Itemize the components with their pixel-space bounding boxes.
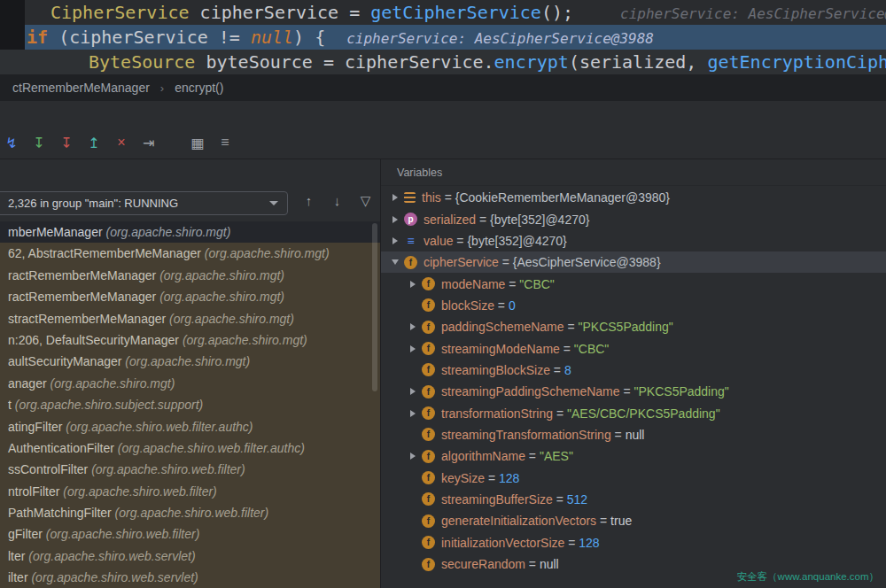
field-icon <box>422 428 435 441</box>
run-to-cursor-icon[interactable]: ⇥ <box>141 135 157 151</box>
stack-frame-row[interactable]: 62, AbstractRememberMeManager (org.apach… <box>0 243 380 264</box>
collapse-arrow-icon[interactable] <box>386 259 404 265</box>
stack-frame-row[interactable]: lter (org.apache.shiro.web.servlet) <box>0 545 380 567</box>
variable-row-paddingschemename[interactable]: paddingSchemeName = "PKCS5Padding" <box>381 316 886 337</box>
stack-frame-row[interactable]: n:206, DefaultSecurityManager (org.apach… <box>0 329 380 351</box>
stack-frame-row[interactable]: PathMatchingFilter (org.apache.shiro.web… <box>0 502 380 523</box>
variable-row-algorithmname[interactable]: algorithmName = "AES" <box>381 445 886 467</box>
stack-frame-row[interactable]: anager (org.apache.shiro.mgt) <box>0 373 380 394</box>
class-name-token: CipherService <box>51 2 190 23</box>
variable-row-serialized[interactable]: serialized = {byte[352]@4270} <box>381 208 886 229</box>
variable-row-streamingtransformationstring[interactable]: streamingTransformationString = null <box>381 424 886 445</box>
step-into-icon[interactable]: ↧ <box>31 135 47 151</box>
variable-row-modename[interactable]: modeName = "CBC" <box>381 273 886 294</box>
frame-package: (org.apache.shiro.web.filter) <box>63 484 217 499</box>
expand-arrow-icon[interactable] <box>404 345 422 352</box>
stack-frame-row[interactable]: ntrolFilter (org.apache.shiro.web.filter… <box>0 481 380 502</box>
frame-package: (org.apache.shiro.web.servlet) <box>31 570 198 584</box>
stack-frame-row[interactable]: t (org.apache.shiro.subject.support) <box>0 394 380 415</box>
variable-value: 8 <box>564 363 571 377</box>
method-call-token[interactable]: encrypt <box>494 51 569 73</box>
equals-sign: = <box>453 234 467 248</box>
drop-frame-icon[interactable]: × <box>113 135 129 151</box>
variable-row-blocksize[interactable]: blockSize = 0 <box>381 295 886 316</box>
field-icon <box>422 321 435 334</box>
show-execution-point-icon[interactable]: ↯ <box>4 135 19 151</box>
breadcrumb-method[interactable]: encrypt() <box>175 81 223 95</box>
variable-row-cipherservice[interactable]: cipherService = {AesCipherService@3988} <box>381 251 886 273</box>
equals-sign: = <box>560 342 574 356</box>
expand-arrow-icon[interactable] <box>404 410 422 417</box>
code-editor[interactable]: CipherService cipherService = getCipherS… <box>0 0 886 74</box>
method-call-token[interactable]: getCipherService <box>370 2 541 23</box>
equals-sign: = <box>553 492 567 507</box>
equals-sign: = <box>485 471 499 485</box>
variable-row-streamingmodename[interactable]: streamingModeName = "CBC" <box>381 337 886 359</box>
next-frame-icon[interactable]: ↓ <box>330 193 345 209</box>
variable-value: null <box>626 428 645 442</box>
variable-name: modeName <box>441 277 505 291</box>
variable-row-value[interactable]: value = {byte[352]@4270} <box>381 230 886 251</box>
breadcrumb-class[interactable]: ctRememberMeManager <box>12 81 150 95</box>
debugger-settings-icon[interactable]: ≡ <box>217 135 233 151</box>
previous-frame-icon[interactable]: ↑ <box>301 193 316 209</box>
keyword-token: if <box>27 27 48 48</box>
debug-stepping-toolbar: ↯ ↧ ↧ ↥ × ⇥ ▦ ≡ <box>4 129 233 156</box>
stack-frame-row[interactable]: stractRememberMeManager (org.apache.shir… <box>0 308 380 329</box>
frame-package: (org.apache.shiro.web.filter.authc) <box>66 420 253 434</box>
variable-name: streamingBlockSize <box>441 363 550 377</box>
frame-package: (org.apache.shiro.mgt) <box>159 268 284 282</box>
frame-location: mberMeManager <box>8 225 106 239</box>
stack-frame-row[interactable]: mberMeManager (org.apache.shiro.mgt) <box>0 221 380 243</box>
variable-row-generateinitializationvectors[interactable]: generateInitializationVectors = true <box>381 510 886 531</box>
stack-frame-row[interactable]: aultSecurityManager (org.apache.shiro.mg… <box>0 351 380 372</box>
expand-arrow-icon[interactable] <box>386 216 404 223</box>
frame-location: PathMatchingFilter <box>8 506 115 520</box>
variable-row-streamingbuffersize[interactable]: streamingBufferSize = 512 <box>381 489 886 510</box>
frame-package: (org.apache.shiro.web.filter.authc) <box>118 441 305 455</box>
stack-frame-row[interactable]: ilter (org.apache.shiro.web.servlet) <box>0 567 380 588</box>
stack-frame-row[interactable]: AuthenticationFilter (org.apache.shiro.w… <box>0 437 380 459</box>
expand-arrow-icon[interactable] <box>404 281 422 288</box>
variable-row-transformationstring[interactable]: transformationString = "AES/CBC/PKCS5Pad… <box>381 402 886 423</box>
expand-arrow-icon[interactable] <box>404 323 422 330</box>
thread-dropdown[interactable]: 2,326 in group "main": RUNNING <box>0 191 288 215</box>
variable-row-keysize[interactable]: keySize = 128 <box>381 467 886 488</box>
code-line-3[interactable]: ByteSource byteSource = cipherService.en… <box>0 50 886 74</box>
stack-frame-row[interactable]: atingFilter (org.apache.shiro.web.filter… <box>0 416 380 437</box>
frame-location: ilter <box>8 570 31 584</box>
variable-value: {AesCipherService@3988} <box>513 255 661 269</box>
variable-row-initializationvectorsize[interactable]: initializationVectorSize = 128 <box>381 532 886 553</box>
filter-frames-icon[interactable]: ▽ <box>358 193 373 209</box>
expand-arrow-icon[interactable] <box>386 194 404 201</box>
field-icon <box>422 342 435 355</box>
variable-row-streamingblocksize[interactable]: streamingBlockSize = 8 <box>381 360 886 381</box>
stack-frame-row[interactable]: ssControlFilter (org.apache.shiro.web.fi… <box>0 459 380 480</box>
code-line-2-execution-point[interactable]: if (cipherService != null) {cipherServic… <box>0 25 886 50</box>
view-breakpoints-icon[interactable]: ▦ <box>190 135 206 151</box>
editor-gutter[interactable] <box>0 0 25 50</box>
stack-frames-list: mberMeManager (org.apache.shiro.mgt) 62,… <box>0 221 380 588</box>
stack-frame-row[interactable]: gFilter (org.apache.shiro.web.filter) <box>0 523 380 545</box>
variable-row-streamingpaddingschemename[interactable]: streamingPaddingSchemeName = "PKCS5Paddi… <box>381 381 886 402</box>
frame-location: stractRememberMeManager <box>8 312 169 326</box>
expand-arrow-icon[interactable] <box>386 237 404 244</box>
frames-scrollbar[interactable] <box>372 223 377 391</box>
step-out-icon[interactable]: ↥ <box>86 135 102 151</box>
variable-name: algorithmName <box>441 449 525 463</box>
code-line-1[interactable]: CipherService cipherService = getCipherS… <box>0 0 886 25</box>
this-variable-icon <box>404 192 416 203</box>
stack-frame-row[interactable]: ractRememberMeManager (org.apache.shiro.… <box>0 265 380 286</box>
expand-arrow-icon[interactable] <box>404 453 422 460</box>
variable-name: paddingSchemeName <box>441 320 564 334</box>
force-step-into-icon[interactable]: ↧ <box>58 135 74 151</box>
expand-arrow-icon[interactable] <box>404 388 422 395</box>
frame-package: (org.apache.shiro.mgt) <box>169 312 294 326</box>
stack-frame-row[interactable]: ractRememberMeManager (org.apache.shiro.… <box>0 286 380 307</box>
method-call-token[interactable]: getEncryptionCiph <box>707 51 886 73</box>
frame-package: (org.apache.shiro.mgt) <box>106 225 231 239</box>
field-icon <box>422 536 435 549</box>
variable-value: {CookieRememberMeManager@3980} <box>455 190 670 205</box>
variable-row-this[interactable]: this = {CookieRememberMeManager@3980} <box>381 187 886 208</box>
frame-location: t <box>8 398 15 412</box>
